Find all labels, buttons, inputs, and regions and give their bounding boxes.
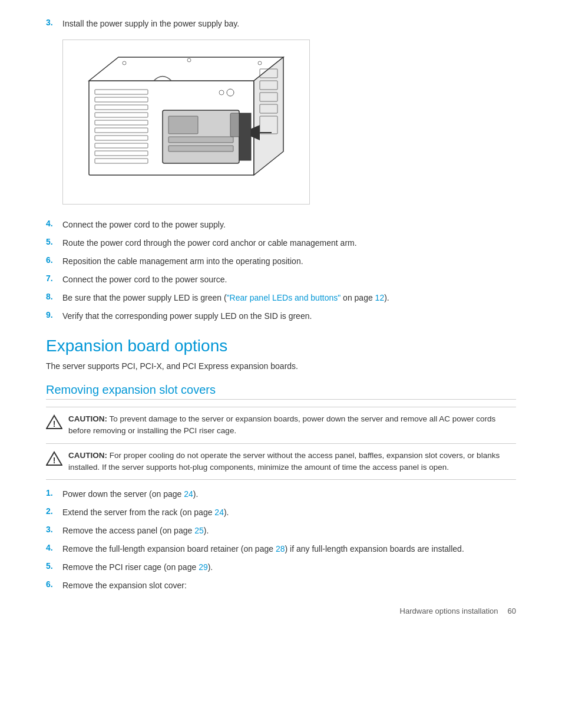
bottom-step-2-num: 2. [46,506,62,516]
svg-rect-17 [168,137,233,143]
svg-rect-18 [168,146,233,151]
rear-panel-link[interactable]: "Rear panel LEDs and buttons" [227,293,341,302]
step-4-num: 4. [46,219,62,228]
step-5: 5. Route the power cord through the powe… [46,237,516,249]
footer-text: Hardware options installation [400,607,498,615]
svg-rect-16 [168,116,198,134]
step-7: 7. Connect the power cord to the power s… [46,274,516,286]
step-3: 3. Install the power supply in the power… [46,18,516,30]
bottom-step-2: 2. Extend the server from the rack (on p… [46,506,516,519]
caution-wrapper: ! CAUTION: To prevent damage to the serv… [46,407,516,480]
step-5-text: Route the power cord through the power c… [62,237,516,249]
steps-4-9: 4. Connect the power cord to the power s… [46,219,516,322]
bottom-step-5-text: Remove the PCI riser cage (on page 29). [62,561,516,574]
bottom-step-3-text: Remove the access panel (on page 25). [62,525,516,537]
bottom-step-6-text: Remove the expansion slot cover: [62,579,516,592]
caution-1-body: To prevent damage to the server or expan… [68,414,495,435]
step-4: 4. Connect the power cord to the power s… [46,219,516,231]
bottom-step-5-num: 5. [46,561,62,571]
caution-2-body: For proper cooling do not operate the se… [68,451,500,472]
power-supply-image [62,39,310,205]
step-6-text: Reposition the cable management arm into… [62,255,516,268]
footer-page: 60 [508,607,516,615]
step-8: 8. Be sure that the power supply LED is … [46,292,516,304]
step-8-text: Be sure that the power supply LED is gre… [62,292,516,304]
caution-2: ! CAUTION: For proper cooling do not ope… [46,444,516,480]
page-25-link[interactable]: 25 [194,526,204,535]
caution-1-text: CAUTION: To prevent damage to the server… [68,413,516,437]
svg-text:!: ! [53,419,56,429]
page-12-link[interactable]: 12 [375,293,385,302]
bottom-step-1: 1. Power down the server (on page 24). [46,488,516,500]
caution-1-icon: ! [46,414,62,430]
caution-1: ! CAUTION: To prevent damage to the serv… [46,407,516,444]
bottom-step-6: 6. Remove the expansion slot cover: [46,579,516,592]
svg-rect-22 [239,113,251,160]
step-7-text: Connect the power cord to the power sour… [62,274,516,286]
step-9: 9. Verify that the corresponding power s… [46,310,516,322]
step-6: 6. Reposition the cable management arm i… [46,255,516,268]
step-4-text: Connect the power cord to the power supp… [62,219,516,231]
bottom-step-1-text: Power down the server (on page 24). [62,488,516,500]
caution-2-icon: ! [46,450,62,467]
page-24a-link[interactable]: 24 [184,489,193,499]
bottom-step-3: 3. Remove the access panel (on page 25). [46,525,516,537]
bottom-step-2-text: Extend the server from the rack (on page… [62,506,516,519]
bottom-step-3-num: 3. [46,525,62,534]
page-28-link[interactable]: 28 [276,544,285,554]
expansion-board-heading: Expansion board options [46,337,516,355]
page-footer: Hardware options installation 60 [400,607,516,615]
step-7-num: 7. [46,274,62,283]
expansion-board-desc: The server supports PCI, PCI-X, and PCI … [46,360,516,373]
steps-bottom: 1. Power down the server (on page 24). 2… [46,488,516,592]
caution-2-text: CAUTION: For proper cooling do not opera… [68,450,516,474]
page-24b-link[interactable]: 24 [214,508,224,517]
step-3-num: 3. [46,18,62,27]
step-8-num: 8. [46,292,62,301]
page-content: 3. Install the power supply in the power… [0,0,562,633]
step-3-text: Install the power supply in the power su… [62,18,516,30]
step-9-text: Verify that the corresponding power supp… [62,310,516,322]
bottom-step-4-num: 4. [46,543,62,552]
svg-text:!: ! [53,456,56,465]
bottom-step-5: 5. Remove the PCI riser cage (on page 29… [46,561,516,574]
bottom-step-1-num: 1. [46,488,62,498]
removing-expansion-heading: Removing expansion slot covers [46,383,516,400]
step-9-num: 9. [46,310,62,319]
step-5-num: 5. [46,237,62,246]
bottom-step-4-text: Remove the full-length expansion board r… [62,543,516,555]
bottom-step-4: 4. Remove the full-length expansion boar… [46,543,516,555]
caution-1-label: CAUTION: [68,414,107,423]
bottom-step-6-num: 6. [46,579,62,589]
caution-2-label: CAUTION: [68,451,107,460]
server-diagram-svg [71,45,301,199]
step-6-num: 6. [46,255,62,265]
page-29-link[interactable]: 29 [199,562,208,572]
svg-marker-1 [89,57,283,81]
